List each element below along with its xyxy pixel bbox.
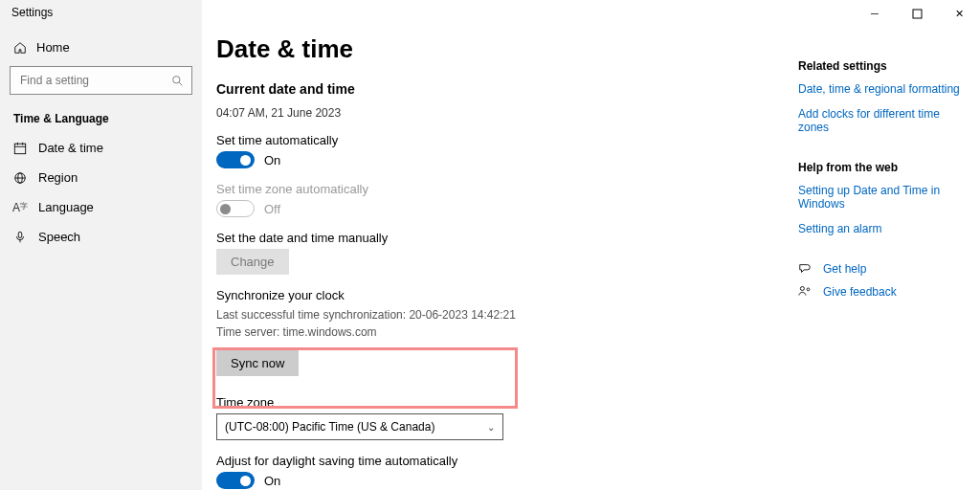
dst-label: Adjust for daylight saving time automati… bbox=[216, 454, 791, 468]
link-setup-datetime[interactable]: Setting up Date and Time in Windows bbox=[798, 184, 963, 211]
sidebar-item-language[interactable]: A字 Language bbox=[0, 192, 202, 222]
sidebar-item-date-time[interactable]: Date & time bbox=[0, 133, 202, 163]
timezone-label: Time zone bbox=[216, 395, 791, 410]
search-input[interactable] bbox=[10, 66, 192, 95]
language-icon: A字 bbox=[13, 201, 27, 214]
help-icon bbox=[798, 262, 812, 276]
sync-header: Synchronize your clock bbox=[216, 288, 791, 302]
sidebar-item-region[interactable]: Region bbox=[0, 163, 202, 192]
nav-label: Speech bbox=[38, 230, 80, 244]
timezone-dropdown[interactable]: (UTC-08:00) Pacific Time (US & Canada) ⌄ bbox=[216, 413, 503, 440]
current-datetime-header: Current date and time bbox=[216, 81, 791, 97]
nav-label: Language bbox=[38, 200, 94, 214]
toggle-state: On bbox=[264, 474, 280, 488]
sync-server: Time server: time.windows.com bbox=[216, 323, 791, 341]
chevron-down-icon: ⌄ bbox=[487, 422, 495, 433]
microphone-icon bbox=[13, 231, 27, 244]
set-time-auto-label: Set time automatically bbox=[216, 133, 791, 147]
page-title: Date & time bbox=[216, 34, 791, 64]
close-button[interactable]: ✕ bbox=[938, 0, 980, 27]
right-column: Related settings Date, time & regional f… bbox=[798, 59, 980, 308]
app-title: Settings bbox=[0, 0, 202, 19]
set-tz-auto-toggle bbox=[216, 200, 255, 217]
current-datetime-value: 04:07 AM, 21 June 2023 bbox=[216, 106, 791, 120]
link-date-regional[interactable]: Date, time & regional formatting bbox=[798, 82, 963, 96]
svg-point-13 bbox=[807, 288, 810, 291]
timezone-value: (UTC-08:00) Pacific Time (US & Canada) bbox=[225, 420, 434, 434]
feedback-icon bbox=[798, 285, 812, 299]
search-icon bbox=[171, 75, 184, 87]
nav-label: Date & time bbox=[38, 141, 103, 155]
date-time-icon bbox=[13, 142, 27, 155]
svg-point-1 bbox=[173, 76, 180, 82]
home-label: Home bbox=[36, 40, 70, 55]
change-button: Change bbox=[216, 249, 289, 275]
globe-icon bbox=[13, 171, 27, 185]
home-button[interactable]: Home bbox=[0, 40, 202, 55]
section-header: Time & Language bbox=[0, 95, 202, 133]
dst-toggle[interactable] bbox=[216, 472, 255, 489]
svg-rect-0 bbox=[913, 10, 922, 18]
main-content: Date & time Current date and time 04:07 … bbox=[216, 0, 791, 490]
svg-rect-3 bbox=[14, 144, 25, 154]
sync-now-button[interactable]: Sync now bbox=[216, 350, 299, 376]
maximize-button[interactable] bbox=[896, 0, 938, 27]
get-help-link[interactable]: Get help bbox=[798, 262, 963, 276]
set-manual-label: Set the date and time manually bbox=[216, 231, 791, 245]
home-icon bbox=[13, 41, 27, 55]
give-feedback-link[interactable]: Give feedback bbox=[798, 285, 963, 299]
svg-point-12 bbox=[800, 286, 804, 290]
toggle-state: On bbox=[264, 153, 280, 167]
toggle-state: Off bbox=[264, 202, 280, 216]
search-field[interactable] bbox=[18, 73, 171, 88]
svg-rect-10 bbox=[18, 232, 22, 237]
related-settings-header: Related settings bbox=[798, 59, 963, 73]
help-web-header: Help from the web bbox=[798, 161, 963, 174]
svg-line-2 bbox=[179, 82, 182, 85]
link-setting-alarm[interactable]: Setting an alarm bbox=[798, 222, 963, 235]
set-tz-auto-label: Set time zone automatically bbox=[216, 182, 791, 196]
set-time-auto-toggle[interactable] bbox=[216, 151, 255, 168]
sidebar-item-speech[interactable]: Speech bbox=[0, 222, 202, 252]
nav-label: Region bbox=[38, 170, 78, 185]
sidebar: Settings Home Time & Language Date & tim… bbox=[0, 0, 202, 490]
link-add-clocks[interactable]: Add clocks for different time zones bbox=[798, 107, 963, 134]
sync-last: Last successful time synchronization: 20… bbox=[216, 306, 791, 323]
minimize-button[interactable]: ─ bbox=[854, 0, 896, 27]
